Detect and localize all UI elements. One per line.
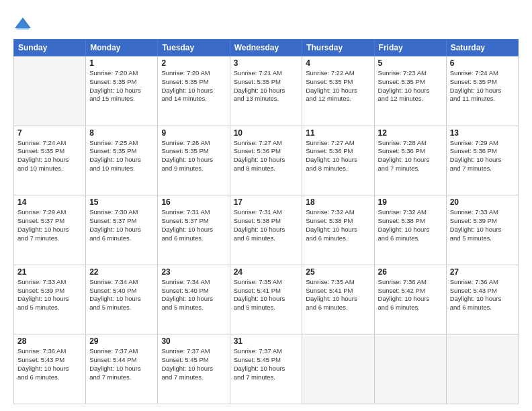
calendar-cell: 27Sunrise: 7:36 AM Sunset: 5:43 PM Dayli…: [446, 265, 518, 334]
calendar-cell: 9Sunrise: 7:26 AM Sunset: 5:35 PM Daylig…: [158, 126, 230, 195]
day-number: 31: [234, 336, 299, 346]
day-info: Sunrise: 7:22 AM Sunset: 5:35 PM Dayligh…: [306, 69, 370, 103]
day-info: Sunrise: 7:27 AM Sunset: 5:36 PM Dayligh…: [306, 139, 370, 173]
day-info: Sunrise: 7:37 AM Sunset: 5:45 PM Dayligh…: [161, 347, 226, 381]
calendar-cell: 15Sunrise: 7:30 AM Sunset: 5:37 PM Dayli…: [86, 195, 158, 265]
calendar-cell: 19Sunrise: 7:32 AM Sunset: 5:38 PM Dayli…: [374, 195, 446, 265]
day-number: 3: [234, 58, 299, 68]
day-number: 25: [306, 267, 370, 277]
day-info: Sunrise: 7:32 AM Sunset: 5:38 PM Dayligh…: [306, 208, 370, 242]
page: SundayMondayTuesdayWednesdayThursdayFrid…: [0, 0, 532, 411]
calendar-cell: 22Sunrise: 7:34 AM Sunset: 5:40 PM Dayli…: [86, 265, 158, 334]
day-info: Sunrise: 7:33 AM Sunset: 5:39 PM Dayligh…: [450, 208, 515, 242]
calendar-cell: [14, 56, 86, 126]
weekday-header: Sunday: [14, 40, 86, 56]
calendar-cell: 21Sunrise: 7:33 AM Sunset: 5:39 PM Dayli…: [14, 265, 86, 334]
day-info: Sunrise: 7:34 AM Sunset: 5:40 PM Dayligh…: [89, 278, 154, 312]
calendar-cell: [446, 334, 518, 404]
calendar-cell: 6Sunrise: 7:24 AM Sunset: 5:35 PM Daylig…: [446, 56, 518, 126]
logo-icon: [13, 15, 32, 34]
day-number: 9: [161, 128, 226, 138]
calendar: SundayMondayTuesdayWednesdayThursdayFrid…: [13, 39, 519, 404]
calendar-week-row: 21Sunrise: 7:33 AM Sunset: 5:39 PM Dayli…: [14, 265, 519, 334]
calendar-cell: 4Sunrise: 7:22 AM Sunset: 5:35 PM Daylig…: [302, 56, 374, 126]
calendar-cell: [374, 334, 446, 404]
day-number: 28: [17, 336, 82, 346]
day-info: Sunrise: 7:36 AM Sunset: 5:43 PM Dayligh…: [450, 278, 515, 312]
calendar-cell: 16Sunrise: 7:31 AM Sunset: 5:37 PM Dayli…: [158, 195, 230, 265]
day-info: Sunrise: 7:37 AM Sunset: 5:44 PM Dayligh…: [89, 347, 154, 381]
calendar-cell: 24Sunrise: 7:35 AM Sunset: 5:41 PM Dayli…: [230, 265, 302, 334]
day-number: 23: [161, 267, 226, 277]
day-info: Sunrise: 7:25 AM Sunset: 5:35 PM Dayligh…: [89, 139, 154, 173]
calendar-cell: [302, 334, 374, 404]
day-info: Sunrise: 7:29 AM Sunset: 5:36 PM Dayligh…: [450, 139, 515, 173]
day-number: 10: [234, 128, 299, 138]
day-info: Sunrise: 7:35 AM Sunset: 5:41 PM Dayligh…: [306, 278, 370, 312]
day-number: 7: [17, 128, 82, 138]
calendar-cell: 28Sunrise: 7:36 AM Sunset: 5:43 PM Dayli…: [14, 334, 86, 404]
day-number: 26: [378, 267, 443, 277]
day-number: 14: [17, 197, 82, 207]
day-info: Sunrise: 7:26 AM Sunset: 5:35 PM Dayligh…: [161, 139, 226, 173]
weekday-header: Thursday: [302, 40, 374, 56]
calendar-cell: 2Sunrise: 7:20 AM Sunset: 5:35 PM Daylig…: [158, 56, 230, 126]
day-number: 19: [378, 197, 443, 207]
day-number: 15: [89, 197, 154, 207]
day-info: Sunrise: 7:23 AM Sunset: 5:35 PM Dayligh…: [378, 69, 443, 103]
day-info: Sunrise: 7:31 AM Sunset: 5:38 PM Dayligh…: [234, 208, 299, 242]
day-info: Sunrise: 7:33 AM Sunset: 5:39 PM Dayligh…: [17, 278, 82, 312]
calendar-cell: 7Sunrise: 7:24 AM Sunset: 5:35 PM Daylig…: [14, 126, 86, 195]
day-number: 22: [89, 267, 154, 277]
calendar-cell: 18Sunrise: 7:32 AM Sunset: 5:38 PM Dayli…: [302, 195, 374, 265]
weekday-header: Friday: [374, 40, 446, 56]
day-info: Sunrise: 7:34 AM Sunset: 5:40 PM Dayligh…: [161, 278, 226, 312]
day-info: Sunrise: 7:36 AM Sunset: 5:43 PM Dayligh…: [17, 347, 82, 381]
day-info: Sunrise: 7:37 AM Sunset: 5:45 PM Dayligh…: [234, 347, 299, 381]
day-number: 20: [450, 197, 515, 207]
calendar-week-row: 7Sunrise: 7:24 AM Sunset: 5:35 PM Daylig…: [14, 126, 519, 195]
day-number: 18: [306, 197, 370, 207]
weekday-header: Monday: [86, 40, 158, 56]
day-number: 11: [306, 128, 370, 138]
day-info: Sunrise: 7:24 AM Sunset: 5:35 PM Dayligh…: [450, 69, 515, 103]
day-info: Sunrise: 7:30 AM Sunset: 5:37 PM Dayligh…: [89, 208, 154, 242]
calendar-cell: 3Sunrise: 7:21 AM Sunset: 5:35 PM Daylig…: [230, 56, 302, 126]
day-number: 8: [89, 128, 154, 138]
calendar-cell: 5Sunrise: 7:23 AM Sunset: 5:35 PM Daylig…: [374, 56, 446, 126]
day-number: 30: [161, 336, 226, 346]
day-number: 21: [17, 267, 82, 277]
calendar-cell: 30Sunrise: 7:37 AM Sunset: 5:45 PM Dayli…: [158, 334, 230, 404]
day-number: 16: [161, 197, 226, 207]
calendar-cell: 8Sunrise: 7:25 AM Sunset: 5:35 PM Daylig…: [86, 126, 158, 195]
calendar-cell: 11Sunrise: 7:27 AM Sunset: 5:36 PM Dayli…: [302, 126, 374, 195]
calendar-week-row: 14Sunrise: 7:29 AM Sunset: 5:37 PM Dayli…: [14, 195, 519, 265]
logo: [13, 15, 35, 34]
calendar-cell: 14Sunrise: 7:29 AM Sunset: 5:37 PM Dayli…: [14, 195, 86, 265]
weekday-header-row: SundayMondayTuesdayWednesdayThursdayFrid…: [14, 40, 519, 56]
day-info: Sunrise: 7:24 AM Sunset: 5:35 PM Dayligh…: [17, 139, 82, 173]
calendar-week-row: 1Sunrise: 7:20 AM Sunset: 5:35 PM Daylig…: [14, 56, 519, 126]
day-number: 27: [450, 267, 515, 277]
day-number: 4: [306, 58, 370, 68]
calendar-cell: 20Sunrise: 7:33 AM Sunset: 5:39 PM Dayli…: [446, 195, 518, 265]
calendar-cell: 31Sunrise: 7:37 AM Sunset: 5:45 PM Dayli…: [230, 334, 302, 404]
day-number: 17: [234, 197, 299, 207]
day-info: Sunrise: 7:21 AM Sunset: 5:35 PM Dayligh…: [234, 69, 299, 103]
day-number: 1: [89, 58, 154, 68]
calendar-cell: 12Sunrise: 7:28 AM Sunset: 5:36 PM Dayli…: [374, 126, 446, 195]
weekday-header: Tuesday: [158, 40, 230, 56]
calendar-cell: 1Sunrise: 7:20 AM Sunset: 5:35 PM Daylig…: [86, 56, 158, 126]
calendar-body: 1Sunrise: 7:20 AM Sunset: 5:35 PM Daylig…: [14, 56, 519, 404]
day-number: 2: [161, 58, 226, 68]
calendar-cell: 10Sunrise: 7:27 AM Sunset: 5:36 PM Dayli…: [230, 126, 302, 195]
day-number: 24: [234, 267, 299, 277]
weekday-header: Saturday: [446, 40, 518, 56]
day-info: Sunrise: 7:35 AM Sunset: 5:41 PM Dayligh…: [234, 278, 299, 312]
day-info: Sunrise: 7:20 AM Sunset: 5:35 PM Dayligh…: [161, 69, 226, 103]
calendar-cell: 23Sunrise: 7:34 AM Sunset: 5:40 PM Dayli…: [158, 265, 230, 334]
weekday-header: Wednesday: [230, 40, 302, 56]
day-number: 6: [450, 58, 515, 68]
day-number: 12: [378, 128, 443, 138]
calendar-cell: 13Sunrise: 7:29 AM Sunset: 5:36 PM Dayli…: [446, 126, 518, 195]
